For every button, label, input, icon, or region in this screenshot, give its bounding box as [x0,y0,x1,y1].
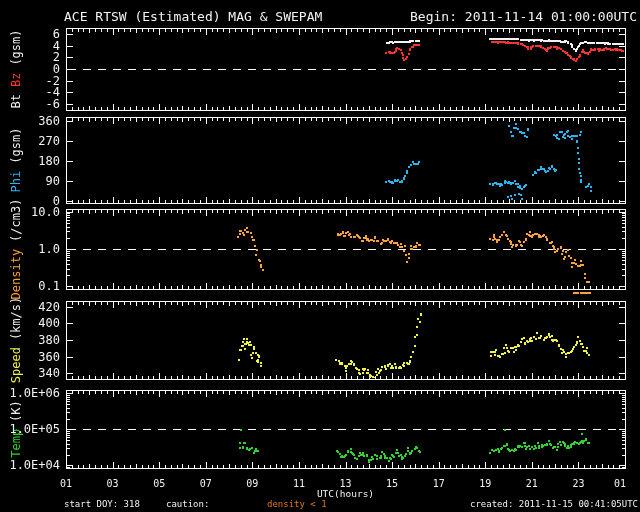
y-tick-label: 360 [0,350,60,364]
created-timestamp: created: 2011-11-15 00:41:05UTC [470,499,638,509]
y-tick-label: 10.0 [0,205,60,219]
x-tick-label: 21 [518,478,546,490]
begin-timestamp: Begin: 2011-11-14 01:00:00UTC [410,9,637,24]
x-tick-label: 07 [192,478,220,490]
x-tick-label: 01 [52,478,80,490]
plot-canvas [0,0,640,512]
caution-label: caution: [166,499,209,509]
y-tick-label: 420 [0,300,60,314]
start-doy-label: start DOY: 318 [64,499,140,509]
y-tick-label: 1.0E+04 [0,458,60,472]
x-tick-label: 03 [99,478,127,490]
y-tick-label: 1.0E+05 [0,422,60,436]
x-tick-label: 05 [145,478,173,490]
x-tick-label: 15 [378,478,406,490]
y-tick-label: 180 [0,154,60,168]
y-tick-label: 340 [0,366,60,380]
x-tick-label: 09 [238,478,266,490]
caution-value: density < 1 [267,499,327,509]
y-tick-label: 400 [0,316,60,330]
y-tick-label: 0.1 [0,279,60,293]
y-tick-label: 270 [0,134,60,148]
x-tick-label: 11 [285,478,313,490]
y-tick-label: 380 [0,333,60,347]
ace-rtsw-plot: ACE RTSW (Estimated) MAG & SWEPAM Begin:… [0,0,640,512]
x-tick-label: 13 [332,478,360,490]
y-tick-label: 360 [0,114,60,128]
y-tick-label: -6 [0,97,60,111]
y-tick-label: 1.0E+06 [0,386,60,400]
y-tick-label: 90 [0,174,60,188]
x-tick-label: 01 [606,478,634,490]
axis-unit-k: (K) [9,400,23,422]
page-title: ACE RTSW (Estimated) MAG & SWEPAM [64,9,322,24]
y-tick-label: 1.0 [0,242,60,256]
x-tick-label: 19 [471,478,499,490]
x-tick-label: 23 [564,478,592,490]
x-tick-label: 17 [425,478,453,490]
